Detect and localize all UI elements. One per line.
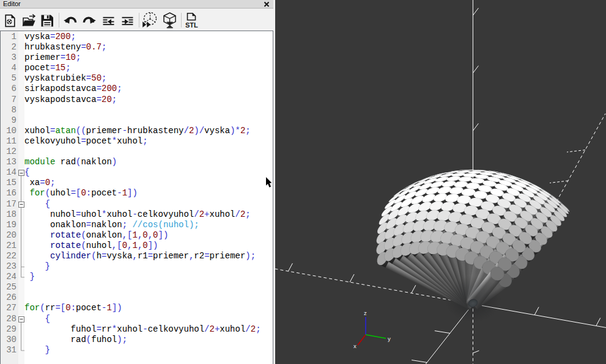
svg-text:z: z [364,310,367,316]
svg-text:x: x [353,343,357,349]
svg-text:STL: STL [185,21,198,29]
svg-text:y: y [388,335,391,342]
